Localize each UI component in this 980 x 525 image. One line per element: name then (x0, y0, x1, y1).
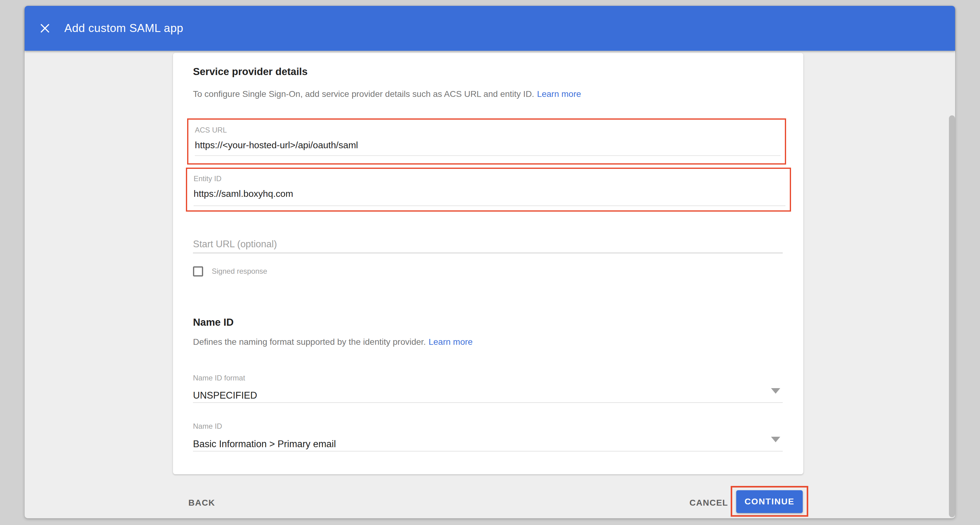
signed-response-checkbox[interactable] (193, 266, 203, 276)
name-id-format-label: Name ID format (193, 374, 245, 382)
service-provider-description-text: To configure Single Sign-On, add service… (193, 89, 535, 99)
entity-id-underline (194, 205, 786, 206)
continue-button[interactable]: CONTINUE (736, 490, 803, 513)
name-id-format-underline (193, 402, 783, 403)
signed-response-row: Signed response (193, 265, 267, 278)
entity-id-input[interactable]: https://saml.boxyhq.com (194, 189, 293, 199)
learn-more-link-name-id[interactable]: Learn more (428, 337, 473, 347)
dialog-title: Add custom SAML app (64, 22, 183, 35)
entity-id-label: Entity ID (194, 174, 222, 183)
chevron-down-icon[interactable] (771, 437, 780, 442)
add-custom-saml-app-dialog: Add custom SAML app Service provider det… (25, 6, 955, 518)
service-provider-card: Service provider details To configure Si… (173, 53, 803, 474)
name-id-description-text: Defines the naming format supported by t… (193, 337, 426, 347)
continue-button-highlight: CONTINUE (731, 486, 808, 517)
acs-url-field-highlight: ACS URL https://<your-hosted-url>/api/oa… (187, 118, 786, 165)
section-title-service-provider: Service provider details (193, 65, 307, 78)
signed-response-label: Signed response (212, 267, 267, 276)
name-id-select[interactable]: Basic Information > Primary email (193, 439, 336, 450)
section-title-name-id: Name ID (193, 316, 234, 329)
start-url-input[interactable]: Start URL (optional) (193, 239, 277, 250)
dialog-header: Add custom SAML app (25, 6, 955, 51)
name-id-underline (193, 451, 783, 452)
cancel-button[interactable]: CANCEL (689, 498, 719, 508)
entity-id-field-highlight: Entity ID https://saml.boxyhq.com (186, 168, 791, 212)
back-button[interactable]: BACK (188, 498, 215, 508)
service-provider-description: To configure Single Sign-On, add service… (193, 89, 581, 100)
acs-url-label: ACS URL (195, 126, 227, 135)
name-id-label: Name ID (193, 422, 222, 431)
chevron-down-icon[interactable] (771, 388, 780, 394)
name-id-format-select[interactable]: UNSPECIFIED (193, 390, 257, 401)
learn-more-link-service-provider[interactable]: Learn more (537, 89, 581, 99)
screen: Add custom SAML app Service provider det… (0, 0, 980, 525)
acs-url-input[interactable]: https://<your-hosted-url>/api/oauth/saml (195, 140, 358, 151)
start-url-underline (193, 252, 783, 254)
vertical-scrollbar[interactable] (949, 115, 955, 517)
close-button[interactable] (35, 19, 54, 38)
name-id-description: Defines the naming format supported by t… (193, 336, 473, 347)
close-icon (39, 22, 51, 35)
acs-url-underline (195, 155, 781, 156)
